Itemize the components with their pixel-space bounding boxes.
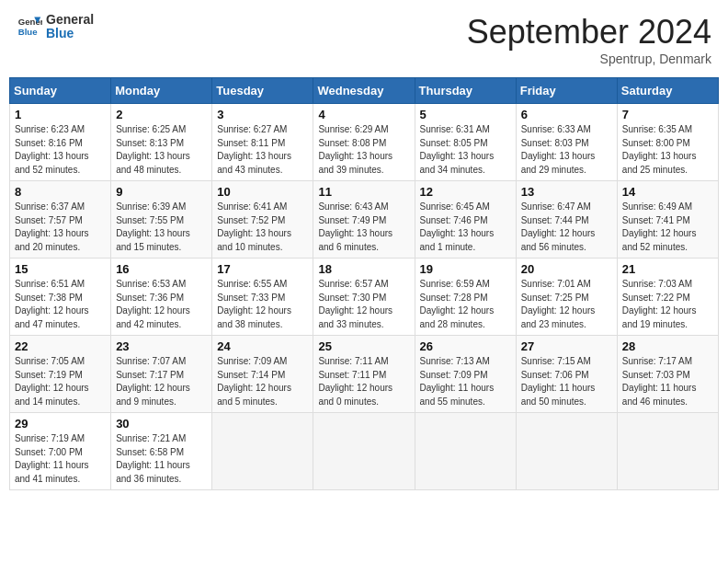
calendar-week-row: 22 Sunrise: 7:05 AM Sunset: 7:19 PM Dayl…	[10, 336, 719, 413]
calendar-cell: 19 Sunrise: 6:59 AM Sunset: 7:28 PM Dayl…	[415, 259, 516, 336]
calendar-cell: 21 Sunrise: 7:03 AM Sunset: 7:22 PM Dayl…	[617, 259, 718, 336]
day-number: 13	[521, 185, 612, 199]
day-info: Sunrise: 6:43 AM Sunset: 7:49 PM Dayligh…	[318, 201, 409, 254]
day-info: Sunrise: 7:13 AM Sunset: 7:09 PM Dayligh…	[420, 355, 511, 408]
day-number: 16	[116, 262, 207, 276]
day-number: 22	[15, 339, 106, 353]
day-number: 10	[217, 185, 308, 199]
calendar-cell: 8 Sunrise: 6:37 AM Sunset: 7:57 PM Dayli…	[10, 181, 111, 259]
calendar-cell: 1 Sunrise: 6:23 AM Sunset: 8:16 PM Dayli…	[10, 104, 111, 181]
day-info: Sunrise: 6:57 AM Sunset: 7:30 PM Dayligh…	[318, 278, 409, 331]
calendar-week-row: 29 Sunrise: 7:19 AM Sunset: 7:00 PM Dayl…	[10, 413, 719, 490]
day-info: Sunrise: 6:53 AM Sunset: 7:36 PM Dayligh…	[116, 278, 207, 331]
day-info: Sunrise: 7:21 AM Sunset: 6:58 PM Dayligh…	[116, 432, 207, 486]
weekday-header-monday: Monday	[111, 78, 212, 104]
calendar-cell	[313, 413, 415, 490]
calendar-cell: 6 Sunrise: 6:33 AM Sunset: 8:03 PM Dayli…	[516, 104, 617, 181]
day-info: Sunrise: 6:31 AM Sunset: 8:05 PM Dayligh…	[420, 123, 511, 177]
day-info: Sunrise: 6:55 AM Sunset: 7:33 PM Dayligh…	[217, 278, 308, 331]
day-info: Sunrise: 7:03 AM Sunset: 7:22 PM Dayligh…	[622, 278, 713, 331]
month-title: September 2024	[467, 13, 711, 52]
calendar-cell: 5 Sunrise: 6:31 AM Sunset: 8:05 PM Dayli…	[415, 104, 516, 181]
calendar-cell: 2 Sunrise: 6:25 AM Sunset: 8:13 PM Dayli…	[111, 104, 212, 181]
day-info: Sunrise: 6:39 AM Sunset: 7:55 PM Dayligh…	[116, 201, 207, 254]
location: Spentrup, Denmark	[467, 52, 711, 66]
day-info: Sunrise: 6:51 AM Sunset: 7:38 PM Dayligh…	[15, 278, 106, 331]
calendar-cell: 9 Sunrise: 6:39 AM Sunset: 7:55 PM Dayli…	[111, 181, 212, 259]
weekday-header-tuesday: Tuesday	[212, 78, 313, 104]
calendar-cell: 27 Sunrise: 7:15 AM Sunset: 7:06 PM Dayl…	[516, 336, 617, 413]
calendar-cell: 11 Sunrise: 6:43 AM Sunset: 7:49 PM Dayl…	[313, 181, 415, 259]
day-number: 20	[521, 262, 612, 276]
day-number: 8	[15, 185, 106, 199]
calendar-cell: 20 Sunrise: 7:01 AM Sunset: 7:25 PM Dayl…	[516, 259, 617, 336]
day-number: 30	[116, 417, 207, 431]
calendar-cell: 25 Sunrise: 7:11 AM Sunset: 7:11 PM Dayl…	[313, 336, 415, 413]
logo: General Blue General Blue	[17, 13, 94, 41]
day-number: 17	[217, 262, 308, 276]
day-info: Sunrise: 7:09 AM Sunset: 7:14 PM Dayligh…	[217, 355, 308, 408]
day-number: 24	[217, 339, 308, 353]
day-number: 9	[116, 185, 207, 199]
day-number: 12	[420, 185, 511, 199]
day-number: 15	[15, 262, 106, 276]
calendar-cell	[415, 413, 516, 490]
day-info: Sunrise: 6:41 AM Sunset: 7:52 PM Dayligh…	[217, 201, 308, 254]
day-number: 27	[521, 339, 612, 353]
calendar-cell: 28 Sunrise: 7:17 AM Sunset: 7:03 PM Dayl…	[617, 336, 718, 413]
day-number: 5	[420, 108, 511, 121]
day-info: Sunrise: 6:59 AM Sunset: 7:28 PM Dayligh…	[420, 278, 511, 331]
weekday-header-saturday: Saturday	[617, 78, 718, 104]
logo-icon: General Blue	[17, 14, 42, 40]
calendar-cell: 26 Sunrise: 7:13 AM Sunset: 7:09 PM Dayl…	[415, 336, 516, 413]
calendar-table: SundayMondayTuesdayWednesdayThursdayFrid…	[9, 77, 719, 490]
calendar-cell: 24 Sunrise: 7:09 AM Sunset: 7:14 PM Dayl…	[212, 336, 313, 413]
weekday-header-wednesday: Wednesday	[313, 78, 415, 104]
day-info: Sunrise: 7:15 AM Sunset: 7:06 PM Dayligh…	[521, 355, 612, 408]
day-info: Sunrise: 6:37 AM Sunset: 7:57 PM Dayligh…	[15, 201, 106, 254]
calendar-cell	[617, 413, 718, 490]
calendar-cell: 22 Sunrise: 7:05 AM Sunset: 7:19 PM Dayl…	[10, 336, 111, 413]
day-info: Sunrise: 7:11 AM Sunset: 7:11 PM Dayligh…	[318, 355, 409, 408]
day-number: 28	[622, 339, 713, 353]
calendar-cell: 10 Sunrise: 6:41 AM Sunset: 7:52 PM Dayl…	[212, 181, 313, 259]
day-number: 7	[622, 108, 713, 121]
calendar-cell: 16 Sunrise: 6:53 AM Sunset: 7:36 PM Dayl…	[111, 259, 212, 336]
day-info: Sunrise: 6:33 AM Sunset: 8:03 PM Dayligh…	[521, 123, 612, 177]
day-number: 19	[420, 262, 511, 276]
day-number: 4	[318, 108, 409, 121]
calendar-week-row: 8 Sunrise: 6:37 AM Sunset: 7:57 PM Dayli…	[10, 181, 719, 259]
day-info: Sunrise: 6:45 AM Sunset: 7:46 PM Dayligh…	[420, 201, 511, 254]
weekday-header-sunday: Sunday	[10, 78, 111, 104]
day-number: 29	[15, 417, 106, 431]
day-number: 21	[622, 262, 713, 276]
calendar-cell: 18 Sunrise: 6:57 AM Sunset: 7:30 PM Dayl…	[313, 259, 415, 336]
day-number: 26	[420, 339, 511, 353]
day-info: Sunrise: 7:19 AM Sunset: 7:00 PM Dayligh…	[15, 432, 106, 486]
day-info: Sunrise: 6:29 AM Sunset: 8:08 PM Dayligh…	[318, 123, 409, 177]
weekday-header-friday: Friday	[516, 78, 617, 104]
calendar-week-row: 1 Sunrise: 6:23 AM Sunset: 8:16 PM Dayli…	[10, 104, 719, 181]
day-number: 2	[116, 108, 207, 121]
day-number: 23	[116, 339, 207, 353]
calendar-cell: 15 Sunrise: 6:51 AM Sunset: 7:38 PM Dayl…	[10, 259, 111, 336]
day-number: 14	[622, 185, 713, 199]
day-info: Sunrise: 6:35 AM Sunset: 8:00 PM Dayligh…	[622, 123, 713, 177]
title-block: September 2024 Spentrup, Denmark	[467, 13, 711, 66]
calendar-cell: 7 Sunrise: 6:35 AM Sunset: 8:00 PM Dayli…	[617, 104, 718, 181]
day-info: Sunrise: 6:49 AM Sunset: 7:41 PM Dayligh…	[622, 201, 713, 254]
calendar-cell: 14 Sunrise: 6:49 AM Sunset: 7:41 PM Dayl…	[617, 181, 718, 259]
day-info: Sunrise: 7:05 AM Sunset: 7:19 PM Dayligh…	[15, 355, 106, 408]
day-info: Sunrise: 6:23 AM Sunset: 8:16 PM Dayligh…	[15, 123, 106, 177]
calendar-cell: 17 Sunrise: 6:55 AM Sunset: 7:33 PM Dayl…	[212, 259, 313, 336]
day-number: 6	[521, 108, 612, 121]
logo-blue-text: Blue	[46, 27, 94, 40]
calendar-cell: 3 Sunrise: 6:27 AM Sunset: 8:11 PM Dayli…	[212, 104, 313, 181]
weekday-header-thursday: Thursday	[415, 78, 516, 104]
page-header: General Blue General Blue September 2024…	[9, 9, 719, 70]
day-info: Sunrise: 6:27 AM Sunset: 8:11 PM Dayligh…	[217, 123, 308, 177]
day-info: Sunrise: 7:07 AM Sunset: 7:17 PM Dayligh…	[116, 355, 207, 408]
day-info: Sunrise: 6:47 AM Sunset: 7:44 PM Dayligh…	[521, 201, 612, 254]
day-info: Sunrise: 7:17 AM Sunset: 7:03 PM Dayligh…	[622, 355, 713, 408]
day-number: 18	[318, 262, 409, 276]
